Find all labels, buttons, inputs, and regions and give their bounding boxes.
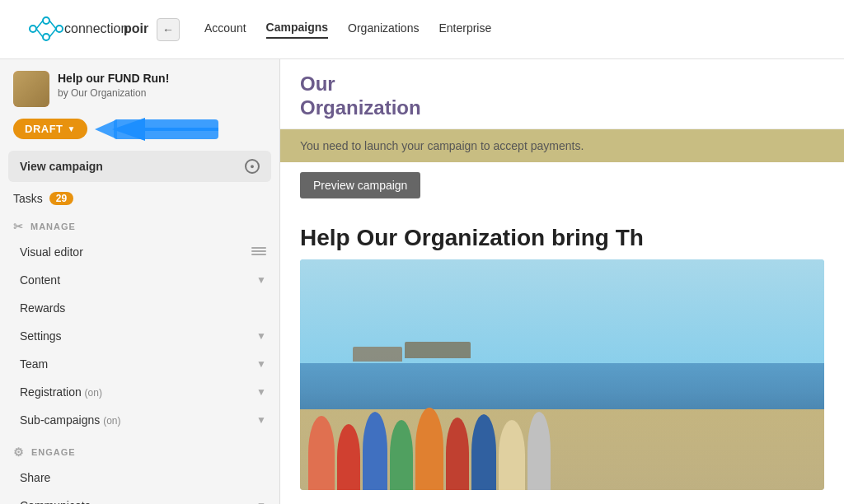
engage-icon: ⚙ xyxy=(13,446,25,459)
menu-rewards[interactable]: Rewards xyxy=(0,294,279,322)
content-label: Content xyxy=(20,273,60,287)
warning-banner: You need to launch your campaign to acce… xyxy=(280,129,844,162)
svg-line-7 xyxy=(49,29,56,37)
nav-account[interactable]: Account xyxy=(204,21,246,38)
menu-team[interactable]: Team ▼ xyxy=(0,350,279,378)
svg-point-2 xyxy=(43,34,49,40)
svg-point-0 xyxy=(30,26,36,32)
preview-campaign-button[interactable]: Preview campaign xyxy=(300,172,420,198)
logo: connection point xyxy=(16,11,148,48)
draft-row: DRAFT ▼ xyxy=(0,115,279,147)
campaign-headline: Help Our Organization bring Th xyxy=(280,208,844,259)
campaign-org: by Our Organization xyxy=(58,87,266,99)
main-layout: Help our FUND Run! by Our Organization D… xyxy=(0,59,844,504)
svg-line-5 xyxy=(36,29,43,37)
campaign-info: Help our FUND Run! by Our Organization xyxy=(58,71,266,99)
top-nav: connection point ← Account Campaigns Org… xyxy=(0,0,844,59)
svg-line-6 xyxy=(49,21,56,29)
draft-chevron-icon: ▼ xyxy=(68,124,76,133)
settings-chevron-icon: ▼ xyxy=(256,330,266,342)
settings-label: Settings xyxy=(20,329,62,343)
team-chevron-icon: ▼ xyxy=(256,358,266,370)
visual-editor-icon xyxy=(251,247,266,257)
campaign-title: Help our FUND Run! xyxy=(58,71,266,86)
tasks-row[interactable]: Tasks 29 xyxy=(0,185,279,212)
menu-settings[interactable]: Settings ▼ xyxy=(0,322,279,350)
registration-label: Registration (on) xyxy=(20,385,102,399)
menu-share[interactable]: Share xyxy=(0,464,279,492)
svg-marker-12 xyxy=(95,119,117,139)
content-chevron-icon: ▼ xyxy=(256,274,266,286)
svg-text:connection: connection xyxy=(64,21,128,35)
sub-campaigns-label: Sub-campaigns (on) xyxy=(20,413,121,427)
menu-registration[interactable]: Registration (on) ▼ xyxy=(0,378,279,406)
engage-section-label: ENGAGE xyxy=(31,447,76,457)
main-nav: Account Campaigns Organizations Enterpri… xyxy=(204,21,491,39)
svg-rect-11 xyxy=(114,119,218,139)
eye-icon: ● xyxy=(245,159,260,174)
visual-editor-label: Visual editor xyxy=(20,245,83,259)
draft-button[interactable]: DRAFT ▼ xyxy=(13,119,87,139)
tasks-badge: 29 xyxy=(49,192,73,205)
team-label: Team xyxy=(20,357,48,371)
arrow-annotation xyxy=(91,114,223,145)
communicate-label: Communicate xyxy=(20,499,91,504)
svg-line-4 xyxy=(36,21,43,29)
tasks-label: Tasks xyxy=(13,192,43,205)
preview-btn-row: Preview campaign xyxy=(280,162,844,208)
registration-chevron-icon: ▼ xyxy=(256,386,266,398)
nav-organizations[interactable]: Organizations xyxy=(348,21,419,38)
content-area: Our Organization You need to launch your… xyxy=(280,59,844,504)
manage-section-label: MANAGE xyxy=(30,222,76,231)
campaign-avatar xyxy=(13,71,49,107)
campaign-content: Help Our Organization bring Th xyxy=(280,208,844,504)
org-header: Our Organization xyxy=(280,59,844,129)
svg-point-3 xyxy=(56,26,63,32)
sub-campaigns-chevron-icon: ▼ xyxy=(256,414,266,426)
logo-area: connection point ← xyxy=(16,11,180,48)
rewards-label: Rewards xyxy=(20,301,65,315)
manage-icon: ✂ xyxy=(13,220,24,233)
sidebar-collapse-button[interactable]: ← xyxy=(157,18,180,41)
engage-section-header: ⚙ ENGAGE xyxy=(13,446,266,459)
menu-visual-editor[interactable]: Visual editor xyxy=(0,238,279,266)
menu-sub-campaigns[interactable]: Sub-campaigns (on) ▼ xyxy=(0,406,279,434)
menu-content[interactable]: Content ▼ xyxy=(0,266,279,294)
manage-section-header: ✂ MANAGE xyxy=(13,220,266,233)
nav-campaigns[interactable]: Campaigns xyxy=(266,21,328,39)
people-group xyxy=(300,391,824,490)
org-title: Our Organization xyxy=(300,72,824,120)
sidebar: Help our FUND Run! by Our Organization D… xyxy=(0,59,280,504)
campaign-photo xyxy=(300,259,824,490)
svg-point-1 xyxy=(43,17,49,24)
share-label: Share xyxy=(20,471,50,484)
warning-text: You need to launch your campaign to acce… xyxy=(300,139,584,152)
view-campaign-label: View campaign xyxy=(20,160,103,173)
view-campaign-row[interactable]: View campaign ● xyxy=(8,151,271,182)
communicate-chevron-icon: ▼ xyxy=(256,500,266,504)
nav-enterprise[interactable]: Enterprise xyxy=(438,21,491,38)
svg-text:point: point xyxy=(124,21,148,35)
menu-communicate[interactable]: Communicate ▼ xyxy=(0,492,279,504)
campaign-header: Help our FUND Run! by Our Organization xyxy=(0,59,279,115)
